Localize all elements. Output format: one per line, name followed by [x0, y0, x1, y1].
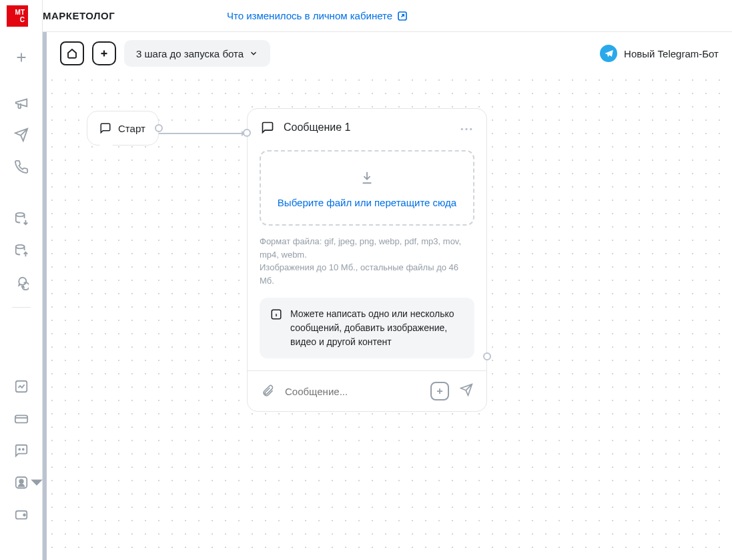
start-node[interactable]: Старт [87, 111, 159, 146]
sidebar: МТС [0, 0, 43, 560]
message-input[interactable] [285, 386, 420, 397]
brand-name: МАРКЕТОЛОГ [43, 10, 115, 21]
bot-name-label: Новый Telegram-Бот [624, 48, 719, 59]
message-node[interactable]: Сообщение 1 Выберите файл или перетащите… [247, 108, 487, 412]
analytics-icon[interactable] [8, 373, 35, 400]
send-button[interactable] [460, 383, 473, 399]
connection-line [159, 127, 247, 129]
more-button[interactable] [460, 121, 473, 133]
add-node-button[interactable] [92, 41, 116, 65]
chevron-down-icon [249, 49, 258, 58]
attach-icon[interactable] [261, 384, 274, 398]
whats-new-label: Что изменилось в личном кабинете [227, 10, 392, 21]
svg-point-12 [461, 128, 463, 130]
connector-out[interactable] [483, 352, 491, 360]
canvas[interactable]: Старт Сообщение 1 Выбери [43, 75, 732, 560]
svg-point-5 [22, 449, 23, 450]
info-text: Можете написать одно или несколько сообщ… [290, 307, 464, 349]
phone-icon[interactable] [8, 154, 35, 180]
steps-dropdown[interactable]: 3 шага до запуска бота [124, 40, 270, 67]
telegram-icon [600, 45, 617, 62]
plus-icon [98, 47, 110, 59]
home-icon [66, 47, 78, 59]
send-icon [460, 383, 473, 396]
card-icon[interactable] [8, 405, 35, 432]
sidebar-divider [12, 307, 31, 308]
bot-name[interactable]: Новый Telegram-Бот [600, 45, 719, 62]
info-box: Можете написать одно или несколько сообщ… [260, 298, 474, 358]
more-icon [460, 127, 473, 131]
chevron-down-icon [29, 475, 44, 490]
chat-icon [261, 121, 274, 134]
wallet-icon[interactable] [8, 501, 35, 528]
header: Что изменилось в личном кабинете [43, 0, 732, 32]
logo-icon: МТС [7, 5, 28, 27]
database-up-icon[interactable] [8, 238, 35, 264]
svg-point-13 [465, 128, 467, 130]
svg-point-4 [19, 449, 20, 450]
connector-in[interactable] [243, 129, 251, 137]
download-icon [360, 170, 374, 185]
svg-point-1 [15, 245, 24, 249]
start-node-label: Старт [118, 123, 145, 134]
toolbar: 3 шага до запуска бота Новый Telegram-Бо… [43, 32, 732, 75]
svg-point-0 [15, 213, 24, 217]
add-content-button[interactable] [430, 382, 449, 400]
format-hint: Формат файла: gif, jpeg, png, webp, pdf,… [260, 235, 474, 287]
svg-point-14 [470, 128, 472, 130]
svg-point-9 [23, 514, 25, 516]
info-icon [270, 308, 282, 320]
chat-icon [99, 122, 111, 134]
file-dropzone[interactable]: Выберите файл или перетащите сюда [260, 150, 474, 226]
database-down-icon[interactable] [8, 206, 35, 232]
svg-point-7 [19, 479, 23, 483]
svg-rect-3 [15, 415, 27, 423]
logo[interactable]: МТС [0, 0, 42, 32]
home-button[interactable] [60, 41, 84, 65]
chats-icon[interactable] [8, 270, 35, 296]
megaphone-icon[interactable] [8, 89, 35, 116]
dropzone-text: Выберите файл или перетащите сюда [261, 197, 473, 208]
plus-icon [435, 386, 444, 396]
steps-label: 3 шага до запуска бота [136, 48, 244, 59]
whats-new-link[interactable]: Что изменилось в личном кабинете [227, 10, 408, 22]
external-link-icon [396, 10, 408, 22]
add-button[interactable] [8, 44, 35, 71]
message-node-title: Сообщение 1 [284, 121, 450, 133]
profile-icon[interactable] [8, 469, 35, 496]
message-icon[interactable] [8, 437, 35, 464]
send-icon[interactable] [8, 121, 35, 148]
